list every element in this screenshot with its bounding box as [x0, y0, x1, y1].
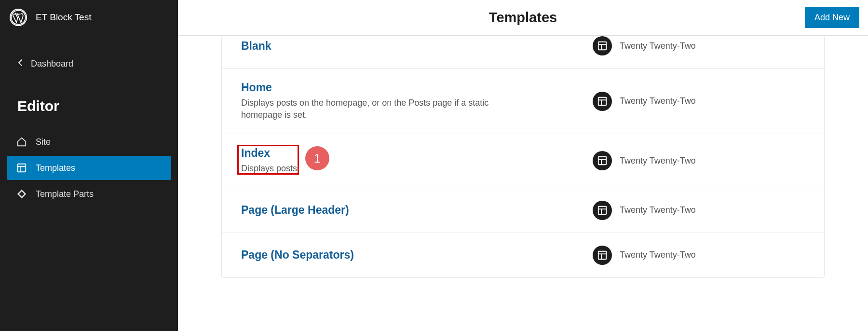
dashboard-label: Dashboard	[31, 59, 73, 69]
sidebar-item-label: Template Parts	[36, 189, 94, 199]
svg-rect-16	[598, 251, 607, 259]
add-new-button[interactable]: Add New	[805, 7, 859, 28]
template-row-page-large-header: Page (Large Header) Twenty Twenty-Two	[222, 188, 824, 233]
layout-icon	[593, 36, 612, 55]
layout-icon	[16, 163, 27, 173]
svg-rect-1	[18, 164, 26, 172]
template-row-index: Index Displays posts. 1 Twenty Twenty-Tw…	[222, 134, 824, 188]
svg-rect-13	[598, 206, 607, 214]
editor-heading: Editor	[0, 98, 178, 114]
sidebar-item-template-parts[interactable]: Template Parts	[7, 182, 171, 206]
layout-icon	[593, 201, 612, 220]
templates-panel: Blank Twenty Twenty-Two Home Displays po…	[221, 36, 825, 278]
template-title-link[interactable]: Blank	[241, 40, 271, 53]
theme-name: Twenty Twenty-Two	[620, 41, 696, 51]
layout-icon	[593, 151, 612, 170]
template-description: Displays posts on the homepage, or on th…	[241, 97, 492, 121]
site-header: ET Block Test	[0, 0, 178, 35]
layout-icon	[593, 92, 612, 111]
template-row-blank: Blank Twenty Twenty-Two	[222, 36, 824, 69]
theme-name: Twenty Twenty-Two	[620, 250, 696, 260]
wordpress-logo-icon[interactable]	[10, 9, 27, 26]
site-title: ET Block Test	[36, 12, 91, 23]
topbar: Templates Add New	[178, 0, 868, 36]
sidebar-item-templates[interactable]: Templates	[7, 156, 171, 180]
theme-name: Twenty Twenty-Two	[620, 205, 696, 215]
sidebar-item-site[interactable]: Site	[7, 130, 171, 154]
svg-rect-10	[598, 157, 607, 165]
home-icon	[16, 137, 27, 147]
layout-icon	[593, 246, 612, 265]
dashboard-back-link[interactable]: Dashboard	[0, 59, 178, 69]
template-title-link[interactable]: Page (No Separators)	[241, 248, 354, 262]
sidebar-item-label: Templates	[36, 163, 75, 173]
theme-name: Twenty Twenty-Two	[620, 156, 696, 166]
template-title-link[interactable]: Home	[241, 81, 272, 94]
template-row-home: Home Displays posts on the homepage, or …	[222, 69, 824, 134]
template-title-link[interactable]: Page (Large Header)	[241, 204, 349, 217]
template-row-page-no-separators: Page (No Separators) Twenty Twenty-Two	[222, 233, 824, 277]
theme-name: Twenty Twenty-Two	[620, 96, 696, 106]
diamond-icon	[16, 189, 27, 199]
content-area: Blank Twenty Twenty-Two Home Displays po…	[178, 36, 868, 331]
sidebar-item-label: Site	[36, 137, 51, 147]
template-title-link[interactable]: Index	[241, 147, 270, 160]
sidebar: ET Block Test Dashboard Editor Site Temp…	[0, 0, 178, 331]
svg-rect-4	[598, 42, 607, 50]
sidebar-nav: Site Templates Template Parts	[0, 130, 178, 206]
page-title: Templates	[489, 10, 557, 26]
svg-rect-7	[598, 97, 607, 105]
chevron-left-icon	[17, 59, 23, 69]
main: Templates Add New Blank Twenty Twenty-Tw…	[178, 0, 868, 331]
template-description: Displays posts.	[241, 163, 492, 175]
